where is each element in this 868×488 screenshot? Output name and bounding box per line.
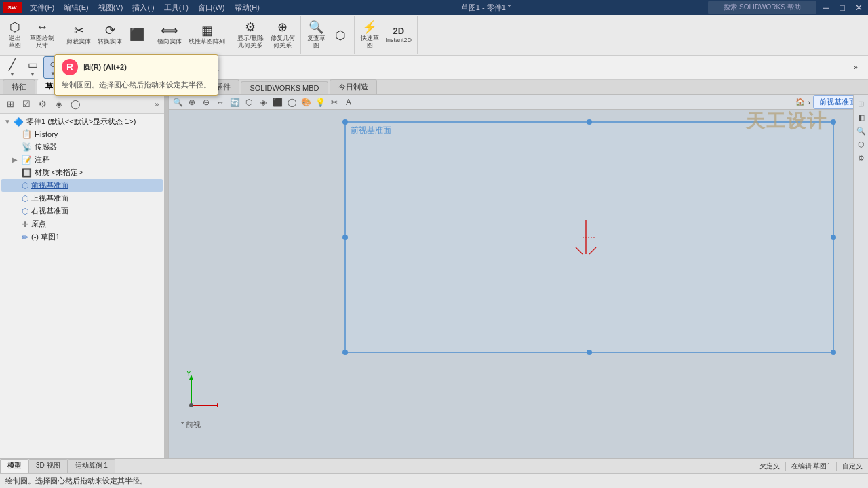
menu-窗[interactable]: 窗口(W) [194, 1, 229, 14]
relations-label: 显示/删除几何关系 [237, 35, 264, 49]
tab-特征[interactable]: 特征 [3, 79, 35, 94]
tree-item-top-plane[interactable]: ⬡ 上视基准面 [1, 192, 163, 205]
root-label: 零件1 (默认<<默认>显示状态 1>) [26, 117, 160, 127]
line-tool-button[interactable]: ╱ ▼ [3, 57, 22, 79]
tree-item-material[interactable]: 🔲 材质 <未指定> [1, 166, 163, 179]
left-panel-toolbar: ⊞ ☑ ⚙ ◈ ◯ » [0, 95, 164, 114]
title-bar: SW 文件(F)编辑(E)视图(V)插入(I)工具(T)窗口(W)帮助(H) 草… [0, 0, 868, 15]
scene-button[interactable]: ✂ [328, 96, 340, 108]
sketch-dimension-button[interactable]: ↔ 草图绘制尺寸 [27, 20, 57, 51]
add-relations-button[interactable]: ⊕ 修复几何何关系 [268, 20, 298, 51]
sketch-dim-icon: ↔ [36, 21, 48, 33]
quick-snap-label: 快速草图 [361, 35, 379, 49]
linear-pattern-button[interactable]: ▦ 线性草图阵列 [186, 23, 228, 47]
rotate-button[interactable]: 🔄 [229, 96, 241, 108]
trim-entity-button[interactable]: ✂ 剪裁实体 [64, 23, 94, 47]
sketch-dim-label: 草图绘制尺寸 [30, 35, 54, 49]
feature-tree-root[interactable]: ▼ 🔷 零件1 (默认<<默认>显示状态 1>) [1, 115, 163, 128]
rt-zoom-button[interactable]: 🔍 [855, 125, 867, 137]
rt-section-button[interactable]: ◧ [855, 111, 867, 123]
tooltip-icon: R [62, 59, 78, 75]
view-settings-button[interactable]: A [342, 96, 355, 108]
front-plane-label: 前视基准面 [31, 180, 160, 190]
dim-xpert-manager-button[interactable]: ◈ [52, 97, 66, 112]
svg-point-8 [831, 350, 836, 355]
line-dropdown-arrow: ▼ [9, 71, 15, 77]
display-style-button[interactable]: ⬛ [271, 96, 283, 108]
zoom-in-button[interactable]: ⊕ [186, 96, 198, 108]
panel-expand-button[interactable]: » [152, 97, 161, 112]
hide-show-button[interactable]: ◯ [285, 96, 298, 108]
tooltip-popup: R 圆(R) (Alt+2) 绘制圆图。选择圆心然后拖动来设定其半径。 [54, 54, 218, 96]
config-manager-button[interactable]: ⚙ [35, 97, 50, 112]
linear-pattern-icon: ▦ [201, 24, 213, 37]
titlebar-title: 草图1 - 零件1 * [461, 3, 511, 13]
status-message-text: 绘制圆。选择圆心然后拖动来设定其半径。 [5, 476, 147, 486]
model-tab[interactable]: 模型 [0, 459, 28, 473]
view-orient-button[interactable]: ⬡ [243, 96, 255, 108]
menu-文[interactable]: 文件(F) [26, 1, 58, 14]
svg-point-4 [342, 235, 348, 240]
menu-帮[interactable]: 帮助(H) [231, 1, 264, 14]
convert-entity-button[interactable]: ⟳ 转换实体 [95, 23, 125, 47]
zoom-to-fit-button[interactable]: 🔍 [172, 96, 184, 108]
lighting-button[interactable]: 💡 [314, 96, 326, 108]
edit-appearance-button[interactable]: 🎨 [300, 96, 312, 108]
display-manager-button[interactable]: ◯ [68, 97, 83, 112]
tab-SOLIDWORKS-MBD[interactable]: SOLIDWORKS MBD [241, 81, 328, 94]
sensors-label: 传感器 [35, 142, 160, 152]
svg-text:X: X [218, 398, 218, 405]
rectangle-tool-button[interactable]: ▭ ▼ [23, 57, 42, 79]
annotations-icon: 📝 [22, 155, 32, 165]
check-sketch-button[interactable]: 🔍 复查草图 [304, 20, 328, 51]
exit-sketch-button[interactable]: ⬡ 退出草图 [4, 20, 26, 51]
feature-manager-button[interactable]: ⊞ [3, 97, 18, 112]
tree-item-annotations[interactable]: ▶ 📝 注释 [1, 153, 163, 166]
section-view-button[interactable]: ◈ [257, 96, 269, 108]
offset-entity-button[interactable]: ⬛ [126, 27, 148, 43]
tree-item-history[interactable]: 📋 History [1, 128, 163, 140]
toolbar-group-check: 🔍 复查草图 ⬡ [302, 16, 355, 54]
repair-sketch-button[interactable]: ⬡ [330, 28, 351, 43]
annotations-label: 注释 [35, 155, 160, 165]
tree-item-right-plane[interactable]: ⬡ 右视基准面 [1, 205, 163, 218]
more-tools-button[interactable]: » [846, 62, 865, 73]
mirror-entity-button[interactable]: ⟺ 镜向实体 [155, 23, 184, 47]
statusbar-tabs: 模型 3D 视图 运动算例 1 [0, 459, 115, 473]
history-label: History [35, 130, 160, 138]
quick-snap-button[interactable]: ⚡ 快速草图 [358, 20, 382, 51]
motion-study-tab[interactable]: 运动算例 1 [68, 459, 115, 473]
property-manager-button[interactable]: ☑ [19, 97, 34, 112]
3d-view-tab[interactable]: 3D 视图 [28, 459, 68, 473]
svg-point-6 [342, 350, 348, 355]
zoom-out-button[interactable]: ⊖ [200, 96, 212, 108]
menu-工[interactable]: 工具(T) [160, 1, 193, 14]
rt-settings-button[interactable]: ⚙ [855, 152, 867, 164]
minimize-button[interactable]: ─ [819, 1, 833, 14]
plane-label: 前视基准面 [351, 125, 391, 136]
tree-item-sketch1[interactable]: ✏ (-) 草图1 [1, 230, 163, 243]
search-box[interactable]: 搜索 SOLIDWORKS 帮助 [708, 1, 816, 14]
menu-视[interactable]: 视图(V) [94, 1, 127, 14]
menu-插[interactable]: 插入(I) [128, 1, 158, 14]
menu-编[interactable]: 编辑(E) [60, 1, 93, 14]
sketch1-label: (-) 草图1 [31, 232, 160, 242]
main-viewport[interactable]: 🔍 ⊕ ⊖ ↔ 🔄 ⬡ ◈ ⬛ ◯ 🎨 💡 ✂ A 🏠 › 前视基准面 [169, 95, 868, 458]
tree-item-origin[interactable]: ✛ 原点 [1, 218, 163, 230]
toolbar-group-quick: ⚡ 快速草图 2D Instant2D [355, 16, 418, 54]
rt-3d-button[interactable]: ⬡ [855, 138, 867, 150]
sketch-boundary-svg [338, 115, 847, 373]
top-plane-label: 上视基准面 [31, 193, 160, 203]
tree-item-sensors[interactable]: 📡 传感器 [1, 140, 163, 153]
tab-今日制造[interactable]: 今日制造 [330, 79, 377, 94]
rectangle-icon: ▭ [28, 58, 38, 71]
svg-text:Y: Y [186, 371, 191, 378]
restore-button[interactable]: □ [835, 1, 849, 14]
pan-button[interactable]: ↔ [214, 96, 226, 108]
instant2d-button[interactable]: 2D Instant2D [383, 25, 415, 45]
tree-item-front-plane[interactable]: ⬡ 前视基准面 [1, 179, 163, 192]
rt-view-button[interactable]: ⊞ [855, 98, 867, 110]
display-delete-relations-button[interactable]: ⚙ 显示/删除几何关系 [235, 20, 267, 51]
close-button[interactable]: ✕ [852, 1, 865, 14]
sketch-viewport[interactable]: 前视基准面 [338, 115, 847, 373]
